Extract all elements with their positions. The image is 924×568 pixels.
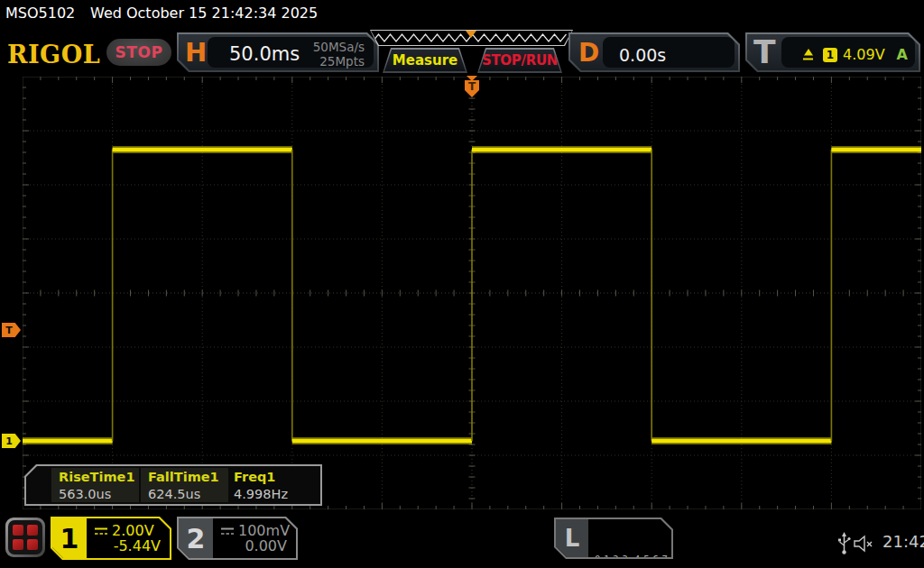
logic-channels-box[interactable]: L 0 1 2 3 4 5 6 7 8 9 1011 12131415: [554, 518, 673, 559]
sample-rate: 50MSa/s: [313, 40, 365, 54]
measurement-value: 563.0us: [59, 487, 111, 501]
trigger-source-badge: 1: [823, 48, 837, 62]
digital-channels-grid-button[interactable]: [5, 518, 45, 557]
logic-label: L: [556, 519, 588, 557]
measurement-label: RiseTime1: [59, 470, 135, 484]
trigger-label: T: [753, 33, 776, 70]
trigger-panel[interactable]: T 1 4.09V A: [745, 32, 920, 72]
delay-value-box: 0.00s: [603, 37, 735, 68]
trigger-position-marker[interactable]: T: [462, 76, 482, 101]
status-bar: MSO5102 Wed October 15 21:42:34 2025: [0, 0, 924, 27]
dc-coupling-icon: [220, 527, 235, 536]
delay-label: D: [578, 38, 599, 68]
measurement-label: FallTime1: [148, 470, 219, 484]
trigger-level-marker[interactable]: T: [2, 323, 21, 337]
usb-icon: [837, 532, 851, 555]
memory-depth: 25Mpts: [313, 54, 365, 69]
trigger-position-flag-icon: T: [465, 80, 479, 97]
rigol-logo: RIGOL: [7, 41, 100, 69]
dc-coupling-icon: [94, 527, 108, 536]
measurement-results-box[interactable]: RiseTime1 FallTime1 Freq1 563.0us 624.5u…: [24, 464, 322, 506]
memory-trigger-position-icon: [466, 31, 476, 38]
model-name: MSO5102: [5, 5, 75, 22]
waveform-memory-bar[interactable]: [370, 30, 573, 46]
timebase-scale: 50.0ms: [229, 43, 300, 65]
horizontal-value-box: 50.0ms 50MSa/s 25Mpts: [208, 37, 374, 68]
trigger-mode: A: [897, 46, 908, 63]
red-grid-icon: [8, 520, 42, 554]
channel1-status-box[interactable]: 1 2.00V -5.44V: [51, 517, 171, 560]
datetime-text: Wed October 15 21:42:34 2025: [90, 5, 318, 22]
measure-button[interactable]: Measure: [383, 48, 467, 73]
delay-value: 0.00s: [619, 45, 666, 65]
measurement-label: Freq1: [234, 470, 275, 484]
stop-run-button[interactable]: STOP/RUN: [477, 48, 562, 73]
clock-text: 21:42: [882, 532, 924, 551]
trigger-level-value: 4.09V: [843, 46, 885, 63]
graticule-and-trace: [23, 77, 921, 509]
waveform-display-area[interactable]: T T 1 RiseTime1 FallTime1 Freq1 563.0us …: [0, 76, 924, 510]
delay-panel[interactable]: D 0.00s: [568, 32, 740, 72]
speaker-muted-icon[interactable]: [854, 535, 875, 553]
horizontal-panel[interactable]: H 50.0ms 50MSa/s 25Mpts: [177, 32, 379, 72]
channel1-number: 1: [52, 518, 87, 558]
channel2-status-box[interactable]: 2 100mV 0.00V: [177, 517, 298, 560]
measurement-value: 4.998Hz: [234, 487, 288, 501]
horizontal-label: H: [185, 37, 207, 68]
footer-bar: 1 2.00V -5.44V 2 100mV 0.00V L: [0, 510, 924, 568]
trigger-value-box: 1 4.09V A: [781, 37, 915, 68]
channel1-offset: -5.44V: [114, 537, 161, 554]
channel1-offset-marker[interactable]: 1: [2, 434, 21, 448]
run-state-badge: STOP: [106, 39, 171, 66]
channel2-number: 2: [179, 518, 213, 558]
header-bar: RIGOL STOP H 50.0ms 50MSa/s 25Mpts Measu…: [0, 27, 924, 76]
logic-channel-numbers: 0 1 2 3 4 5 6 7 8 9 1011 12131415: [595, 524, 688, 568]
rising-edge-trigger-icon: [801, 47, 816, 61]
measurement-value: 624.5us: [148, 487, 200, 501]
channel2-offset: 0.00V: [245, 537, 287, 554]
acquisition-info: 50MSa/s 25Mpts: [313, 40, 365, 69]
